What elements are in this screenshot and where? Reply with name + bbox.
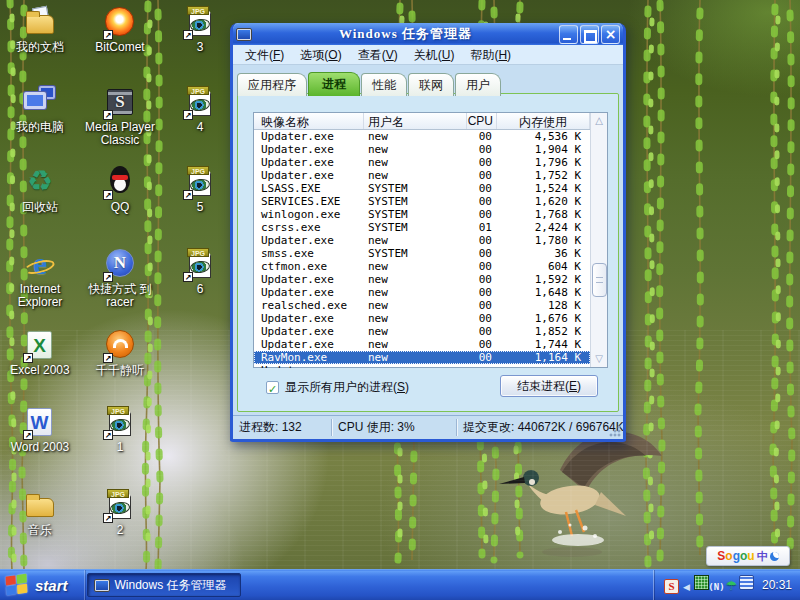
jpg-icon: JPG↗: [103, 405, 137, 439]
scroll-down-arrow-icon[interactable]: [591, 351, 607, 367]
tab-users[interactable]: 用户: [455, 73, 501, 96]
process-row[interactable]: Updater.exenew001,752 K: [254, 169, 590, 182]
desktop-icon-word-2003[interactable]: W↗Word 2003: [4, 405, 76, 454]
desktop-icon-音乐[interactable]: 音乐: [4, 488, 76, 537]
n-badge-icon[interactable]: (N): [709, 580, 724, 595]
process-row[interactable]: Updater.exenew001,744 K: [254, 338, 590, 351]
collapse-arrow-icon[interactable]: ◀: [679, 580, 694, 595]
process-user: new: [364, 260, 467, 273]
process-cpu: 00: [467, 325, 497, 338]
tab-performance[interactable]: 性能: [361, 73, 407, 96]
process-row[interactable]: SERVICES.EXESYSTEM001,620 K: [254, 195, 590, 208]
tab-processes[interactable]: 进程: [308, 72, 360, 96]
desktop-icon-5[interactable]: JPG↗5: [164, 165, 236, 214]
desktop-icon-快捷方式-到[interactable]: N↗快捷方式 到racer: [84, 247, 156, 309]
process-cpu: 00: [467, 195, 497, 208]
jpg-icon: JPG↗: [103, 488, 137, 522]
show-all-users-checkbox[interactable]: 显示所有用户的进程(S): [266, 379, 409, 396]
menu-shutdown[interactable]: 关机(U): [406, 46, 463, 64]
process-cpu: 00: [467, 247, 497, 260]
process-row[interactable]: Updater.exenew001,592 K: [254, 273, 590, 286]
scroll-thumb[interactable]: [592, 263, 607, 297]
desktop-icon-我的电脑[interactable]: 我的电脑: [4, 85, 76, 134]
bird-heron: [499, 431, 662, 557]
process-row[interactable]: Updater.exenew001,904 K: [254, 143, 590, 156]
green-grid-icon[interactable]: [694, 575, 709, 590]
desktop-icon-internet[interactable]: eInternetExplorer: [4, 247, 76, 309]
process-row[interactable]: csrss.exeSYSTEM012,424 K: [254, 221, 590, 234]
column-header-mem-usage[interactable]: 内存使用: [497, 113, 590, 129]
desktop-icon-qq[interactable]: ↗QQ: [84, 165, 156, 214]
titlebar[interactable]: Windows 任务管理器: [233, 23, 623, 45]
process-row[interactable]: ctfmon.exenew00604 K: [254, 260, 590, 273]
windows-logo-icon: [5, 573, 29, 596]
desktop-icon-media-player[interactable]: S↗Media PlayerClassic: [84, 85, 156, 147]
process-row[interactable]: RavMon.exenew001,164 K: [254, 351, 590, 364]
menu-view[interactable]: 查看(V): [350, 46, 406, 64]
sogou-moon-icon[interactable]: [770, 552, 779, 561]
desktop-icon-6[interactable]: JPG↗6: [164, 247, 236, 296]
process-cpu: 00: [467, 351, 497, 364]
close-button[interactable]: [601, 25, 620, 44]
process-cpu: 00: [467, 299, 497, 312]
process-row[interactable]: Updater.exenew001,648 K: [254, 286, 590, 299]
desktop-icon-我的文档[interactable]: 我的文档: [4, 5, 76, 54]
blue-striped-icon[interactable]: [739, 575, 754, 590]
process-row[interactable]: winlogon.exeSYSTEM001,768 K: [254, 208, 590, 221]
desktop-icon-千千静听[interactable]: ↗千千静听: [84, 328, 156, 377]
process-row[interactable]: Updater.exenew001,676 K: [254, 312, 590, 325]
process-cpu: 00: [467, 156, 497, 169]
desktop-icon-bitcomet[interactable]: ↗BitComet: [84, 5, 156, 54]
process-row[interactable]: Updater.exenew004,536 K: [254, 130, 590, 143]
desktop-icon-3[interactable]: JPG↗3: [164, 5, 236, 54]
process-row[interactable]: LSASS.EXESYSTEM001,524 K: [254, 182, 590, 195]
menu-help[interactable]: 帮助(H): [462, 46, 519, 64]
process-user: new: [364, 286, 467, 299]
column-header-image-name[interactable]: 映像名称: [254, 113, 364, 129]
minimize-button[interactable]: [559, 25, 578, 44]
process-cpu: 00: [467, 312, 497, 325]
column-header-user-name[interactable]: 用户名: [364, 113, 467, 129]
jpg-icon: JPG↗: [183, 5, 217, 39]
process-row[interactable]: Updater.exenew001,780 K: [254, 234, 590, 247]
process-name: smss.exe: [254, 247, 364, 260]
process-user: new: [364, 169, 467, 182]
checkbox-check-icon[interactable]: [266, 381, 279, 394]
start-button[interactable]: start: [0, 570, 85, 600]
desktop-icon-回收站[interactable]: ♻回收站: [4, 165, 76, 214]
process-row[interactable]: Updater.exenew001,796 K: [254, 156, 590, 169]
process-row[interactable]: smss.exeSYSTEM0036 K: [254, 247, 590, 260]
process-cpu: 00: [467, 208, 497, 221]
desktop-icon-label: 我的电脑: [4, 121, 76, 134]
desktop-icon-1[interactable]: JPG↗1: [84, 405, 156, 454]
process-row[interactable]: Updater.exenew001,852 K: [254, 325, 590, 338]
scroll-up-arrow-icon[interactable]: [591, 113, 607, 129]
sogou-language-bar[interactable]: Sogou 中: [706, 546, 790, 566]
process-name: csrss.exe: [254, 221, 364, 234]
desktop-icon-4[interactable]: JPG↗4: [164, 85, 236, 134]
menu-file[interactable]: 文件(F): [237, 46, 292, 64]
process-cpu: 00: [467, 286, 497, 299]
sogou-s-icon[interactable]: S: [664, 579, 679, 594]
desktop-icon-label: Word 2003: [4, 441, 76, 454]
process-row[interactable]: Updater.exenew: [254, 364, 590, 368]
end-process-button[interactable]: 结束进程(E): [500, 375, 598, 397]
menu-options[interactable]: 选项(O): [292, 46, 349, 64]
desktop-icon-2[interactable]: JPG↗2: [84, 488, 156, 537]
vertical-scrollbar[interactable]: [590, 113, 607, 367]
maximize-button[interactable]: [580, 25, 599, 44]
taskbar-task-windows-task-manager[interactable]: Windows 任务管理器: [87, 573, 241, 597]
desktop-icon-excel-2003[interactable]: X↗Excel 2003: [4, 328, 76, 377]
tab-networking[interactable]: 联网: [408, 73, 454, 96]
desktop-icon-label: QQ: [84, 201, 156, 214]
process-row[interactable]: realsched.exenew00128 K: [254, 299, 590, 312]
resize-grip[interactable]: [608, 424, 621, 437]
green-umbrella-icon[interactable]: ☂: [724, 578, 739, 593]
process-cpu: 00: [467, 130, 497, 143]
show-all-users-label: 显示所有用户的进程(S): [285, 379, 409, 396]
excel-icon: X↗: [23, 328, 57, 362]
process-name: realsched.exe: [254, 299, 364, 312]
column-header-cpu[interactable]: CPU: [467, 113, 497, 129]
sogou-chinese-mode-label[interactable]: 中: [757, 549, 768, 564]
tab-applications[interactable]: 应用程序: [237, 73, 307, 96]
